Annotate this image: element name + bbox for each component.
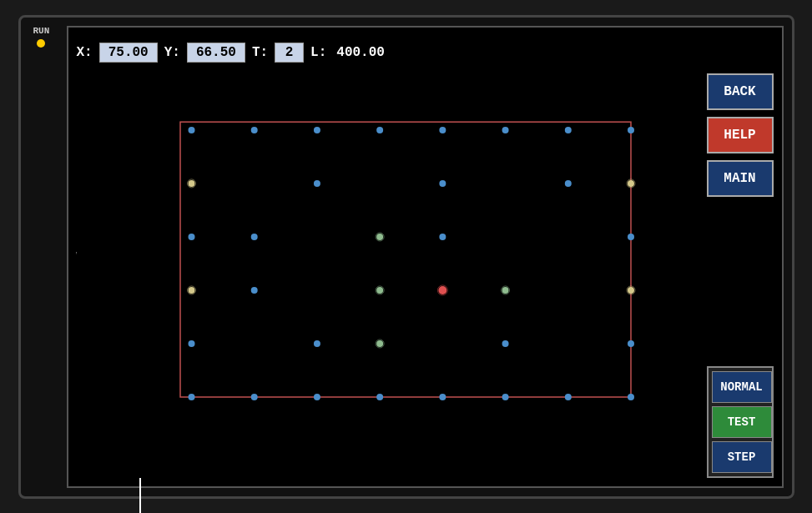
test-button[interactable]: TEST	[712, 406, 772, 438]
content-area: X: 75.00 Y: 66.50 T: 2 L: 400.00 BACK HE…	[67, 26, 784, 488]
main-screen: RUN X: 75.00 Y: 66.50 T: 2 L: 400.00 BAC…	[18, 15, 794, 499]
x-value: 75.00	[99, 43, 158, 63]
plot-area	[77, 73, 699, 478]
t-value: 2	[275, 43, 304, 63]
run-dot	[37, 39, 45, 48]
run-indicator: RUN	[33, 26, 50, 48]
mode-buttons: NORMAL TEST STEP	[707, 366, 774, 478]
back-button[interactable]: BACK	[707, 73, 774, 110]
side-buttons: BACK HELP MAIN	[707, 73, 774, 197]
normal-button[interactable]: NORMAL	[712, 371, 772, 403]
dot-grid-canvas	[135, 73, 699, 478]
step-button[interactable]: STEP	[712, 441, 772, 473]
y-label: Y:	[164, 45, 180, 60]
help-button[interactable]: HELP	[707, 117, 774, 153]
y-value: 66.50	[187, 43, 245, 63]
l-value: 400.00	[336, 45, 385, 60]
main-button[interactable]: MAIN	[707, 160, 774, 197]
l-label: L:	[310, 45, 326, 60]
header-row: X: 75.00 Y: 66.50 T: 2 L: 400.00	[77, 38, 774, 68]
t-label: T:	[252, 45, 268, 60]
x-label: X:	[77, 45, 93, 60]
run-label: RUN	[33, 26, 50, 36]
